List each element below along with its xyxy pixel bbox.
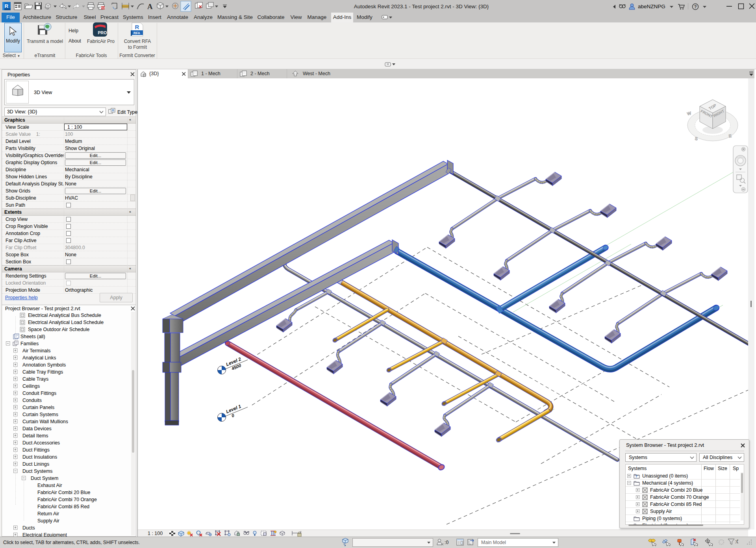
svg-text:R: R xyxy=(135,24,139,30)
svg-text:PRO: PRO xyxy=(98,30,107,35)
svg-text:?: ? xyxy=(694,4,697,9)
svg-text:R: R xyxy=(5,3,9,9)
svg-text:W: W xyxy=(687,111,692,116)
svg-text:0: 0 xyxy=(231,413,235,418)
svg-text:PDF: PDF xyxy=(100,7,106,9)
svg-text:abeNZNPG: abeNZNPG xyxy=(638,4,665,9)
svg-text:S: S xyxy=(695,136,698,141)
svg-text:Autodesk Revit 2023.1 - Test p: Autodesk Revit 2023.1 - Test project 2.r… xyxy=(354,4,489,9)
svg-text:?: ? xyxy=(635,474,637,478)
svg-text:RFA: RFA xyxy=(133,31,140,35)
svg-text:A: A xyxy=(147,2,153,11)
svg-text::0: :0 xyxy=(735,539,738,544)
